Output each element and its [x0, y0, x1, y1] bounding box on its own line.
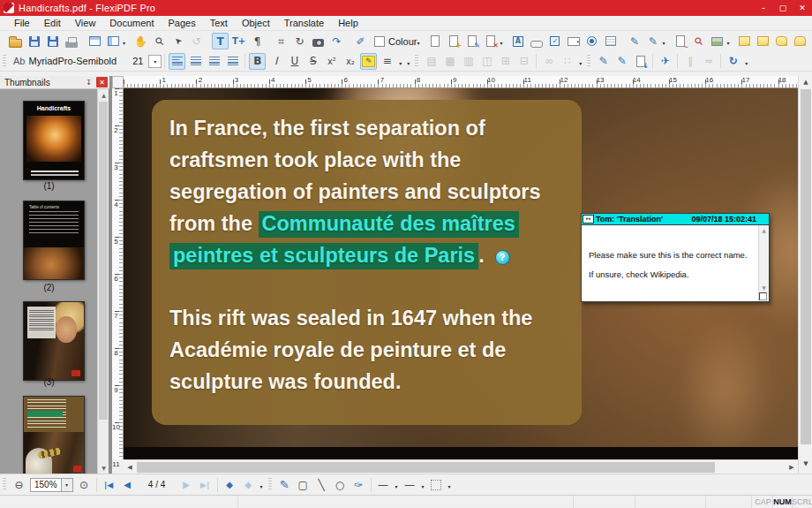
- scroll-down-icon[interactable]: ▼: [759, 283, 769, 292]
- text-fit-tool-button[interactable]: ¶: [249, 33, 266, 49]
- font-name-field[interactable]: MyriadPro-Semibold: [28, 56, 117, 66]
- format-dropdown[interactable]: ▾: [404, 53, 412, 70]
- last-page-button[interactable]: ▶|: [197, 476, 214, 493]
- history-dropdown[interactable]: ▾: [258, 476, 266, 493]
- horizontal-scrollbar[interactable]: ◀ ▶: [124, 459, 798, 474]
- print-button[interactable]: [63, 33, 79, 49]
- scroll-right-icon[interactable]: ▶: [786, 461, 798, 474]
- select-tool-button[interactable]: ➤: [166, 29, 190, 53]
- scroll-up-icon[interactable]: ▲: [98, 89, 109, 101]
- callout-draw-button[interactable]: [792, 33, 808, 49]
- stroke-style-dropdown[interactable]: ▾: [393, 476, 401, 493]
- translate-button[interactable]: ✈: [657, 53, 673, 70]
- combobox-form-button[interactable]: ▾: [565, 33, 582, 49]
- minimize-button[interactable]: –: [754, 0, 773, 16]
- close-panel-button[interactable]: ✕: [96, 77, 108, 87]
- vertical-scrollbar[interactable]: ▲ ▼: [798, 76, 812, 474]
- space-below-button[interactable]: ⊟: [515, 53, 532, 70]
- comment-collapse-icon[interactable]: ↔: [583, 215, 594, 224]
- menu-edit[interactable]: Edit: [37, 16, 68, 30]
- scroll-up-icon[interactable]: ▲: [800, 76, 812, 88]
- listbox-form-button[interactable]: [602, 33, 619, 49]
- underline-button[interactable]: U: [286, 53, 303, 70]
- comment-resize-handle[interactable]: [759, 292, 767, 300]
- zoom-fit-button[interactable]: ⊙: [76, 476, 93, 493]
- subscript-button[interactable]: x₂: [342, 53, 358, 70]
- scroll-down-icon[interactable]: ▼: [98, 462, 109, 474]
- zoom-level-select[interactable]: 150% ▾: [30, 478, 73, 492]
- toolbar-grip[interactable]: [3, 55, 6, 68]
- checkbox-form-button[interactable]: ✓: [546, 33, 563, 49]
- fill-style-button[interactable]: [428, 476, 445, 493]
- radio-form-button[interactable]: [583, 33, 600, 49]
- insert-page-button[interactable]: +: [445, 33, 462, 49]
- sticky-note-button[interactable]: [736, 33, 753, 49]
- colour-swatch-button[interactable]: [371, 33, 387, 49]
- push-button-form-button[interactable]: [528, 33, 545, 49]
- scroll-up-icon[interactable]: ▲: [759, 225, 769, 235]
- align-center-button[interactable]: [187, 53, 204, 70]
- page-thumbnail-2[interactable]: Table of contents: [23, 201, 85, 280]
- previous-page-button[interactable]: ◀: [119, 476, 136, 493]
- insert-image-button[interactable]: [709, 33, 726, 49]
- form-properties-button[interactable]: ✎: [644, 33, 661, 49]
- toolbar-grip[interactable]: [3, 478, 6, 491]
- save-button[interactable]: [26, 33, 42, 49]
- search-page-button[interactable]: ⚲: [688, 29, 711, 53]
- open-button[interactable]: [7, 33, 24, 49]
- pages-dropdown[interactable]: ▾: [500, 33, 502, 49]
- comment-popup[interactable]: ↔ Tom: 'Translation' 09/07/18 15:02:41 P…: [581, 213, 770, 302]
- zoom-dropdown-icon[interactable]: ▾: [61, 479, 72, 491]
- compare-button[interactable]: ∥: [681, 53, 698, 70]
- toolbar-grip[interactable]: [587, 55, 590, 68]
- view-dropdown[interactable]: ▾: [123, 33, 125, 49]
- indent-right-button[interactable]: ▥: [460, 53, 477, 70]
- ellipse-tool-button[interactable]: ○: [332, 476, 349, 493]
- single-page-view-button[interactable]: [86, 33, 103, 49]
- stroke-style-button[interactable]: —: [375, 476, 392, 493]
- next-page-button[interactable]: ▶: [178, 476, 195, 493]
- hand-tool-button[interactable]: ✋: [132, 33, 149, 49]
- eyedropper-button[interactable]: ✐: [352, 33, 369, 49]
- toolbar-grip[interactable]: [268, 478, 272, 491]
- font-size-field[interactable]: 21: [132, 56, 143, 66]
- add-note-button[interactable]: [755, 33, 771, 49]
- font-size-spinner[interactable]: ▾: [148, 55, 162, 68]
- menu-text[interactable]: Text: [203, 16, 235, 30]
- kerning-button[interactable]: ∞: [540, 53, 557, 70]
- scroll-down-icon[interactable]: ▼: [800, 458, 812, 470]
- translate-dropdown[interactable]: ▾: [742, 53, 750, 70]
- rotate-object-button[interactable]: ↻: [291, 33, 308, 49]
- comment-popup-titlebar[interactable]: ↔ Tom: 'Translation' 09/07/18 15:02:41: [582, 214, 769, 225]
- merge-button[interactable]: ≂: [700, 53, 717, 70]
- menu-pages[interactable]: Pages: [162, 16, 203, 30]
- crop-tool-button[interactable]: ⌗: [273, 33, 289, 49]
- text-field-form-button[interactable]: A: [509, 33, 526, 49]
- pen-tool-button[interactable]: ✑: [350, 476, 367, 493]
- edit-textbox-button[interactable]: ✎: [613, 53, 630, 70]
- strikethrough-button[interactable]: S: [304, 53, 321, 70]
- undo-reflow-button[interactable]: ↷: [328, 33, 345, 49]
- page-thumbnail-1[interactable]: Handicrafts: [23, 101, 85, 180]
- delete-page-button[interactable]: ✕: [482, 33, 499, 49]
- callout-button[interactable]: [773, 33, 790, 49]
- vertical-scrollbar-thumb[interactable]: [801, 89, 811, 444]
- snapshot-button[interactable]: [310, 33, 327, 49]
- menu-file[interactable]: File: [7, 16, 37, 30]
- forms-dropdown[interactable]: ▾: [662, 33, 665, 49]
- sync-translation-button[interactable]: ↻: [725, 53, 741, 70]
- rotate-view-button[interactable]: ↺: [188, 33, 205, 49]
- line-tool-button[interactable]: ╲: [313, 476, 330, 493]
- stroke-width-button[interactable]: —: [402, 476, 418, 493]
- colour-dropdown[interactable]: ▾: [417, 33, 419, 49]
- menu-object[interactable]: Object: [235, 16, 277, 30]
- view-forward-button[interactable]: ◆: [240, 476, 257, 493]
- highlight-button[interactable]: ✎: [360, 53, 377, 70]
- edit-text-tool-button[interactable]: T: [212, 33, 229, 49]
- page-thumbnail-4[interactable]: [23, 396, 85, 474]
- pencil-tool-button[interactable]: ✎: [276, 476, 293, 493]
- menu-view[interactable]: View: [68, 16, 103, 30]
- save-as-button[interactable]: [44, 33, 61, 49]
- scroll-left-icon[interactable]: ◀: [124, 461, 136, 474]
- align-left-button[interactable]: [169, 53, 185, 70]
